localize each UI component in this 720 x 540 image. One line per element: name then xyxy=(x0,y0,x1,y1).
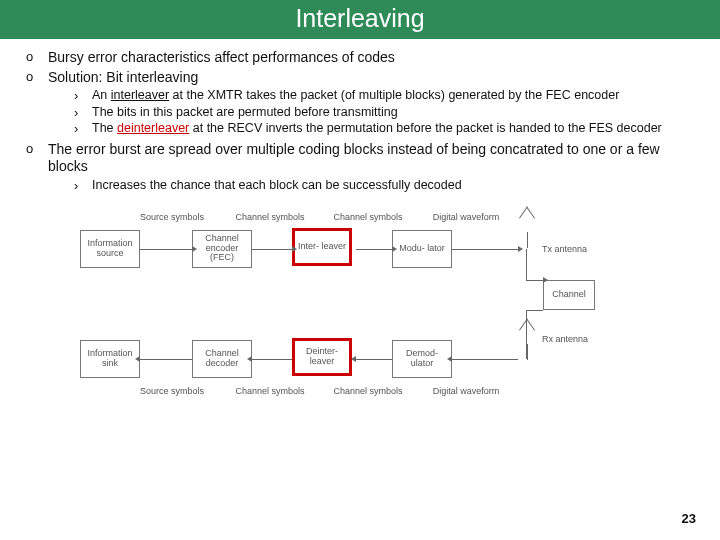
bullet-2-text: Solution: Bit interleaving xyxy=(48,69,198,85)
arrow-icon xyxy=(452,359,518,360)
block-information-source: Information source xyxy=(80,230,140,268)
arrow-icon xyxy=(140,359,192,360)
label-channel-symbols-top-1: Channel symbols xyxy=(230,212,310,222)
bullet-2: Solution: Bit interleaving An interleave… xyxy=(22,69,698,137)
arrow-icon xyxy=(140,249,192,250)
line xyxy=(526,249,527,280)
underline-interleaver: interleaver xyxy=(111,88,169,102)
block-interleaver: Inter- leaver xyxy=(292,228,352,266)
label-digital-waveform-bottom: Digital waveform xyxy=(426,386,506,396)
block-channel-encoder: Channel encoder (FEC) xyxy=(192,230,252,268)
label-tx-antenna: Tx antenna xyxy=(542,244,606,254)
label-channel-symbols-bottom-1: Channel symbols xyxy=(230,386,310,396)
block-channel-decoder: Channel decoder xyxy=(192,340,252,378)
b2-sub-3: The deinterleaver at the RECV inverts th… xyxy=(48,121,698,137)
label-channel-symbols-top-2: Channel symbols xyxy=(328,212,408,222)
slide-body: Bursy error characteristics affect perfo… xyxy=(0,39,720,400)
label-source-symbols-bottom: Source symbols xyxy=(132,386,212,396)
b2-sub-1: An interleaver at the XMTR takes the pac… xyxy=(48,88,698,104)
arrow-icon xyxy=(252,249,292,250)
line xyxy=(526,280,543,281)
block-demodulator: Demod- ulator xyxy=(392,340,452,378)
tx-antenna-icon xyxy=(518,220,536,248)
block-diagram: Source symbols Channel symbols Channel s… xyxy=(80,200,640,400)
red-deinterleaver: deinterleaver xyxy=(117,121,189,135)
line xyxy=(526,310,527,359)
page-number: 23 xyxy=(682,511,696,526)
bullet-3: The error burst are spread over multiple… xyxy=(22,141,698,194)
label-digital-waveform-top: Digital waveform xyxy=(426,212,506,222)
bullet-2-sublist: An interleaver at the XMTR takes the pac… xyxy=(48,88,698,137)
line xyxy=(526,310,543,311)
bullet-3-text: The error burst are spread over multiple… xyxy=(48,141,660,175)
label-channel-symbols-bottom-2: Channel symbols xyxy=(328,386,408,396)
arrow-icon xyxy=(356,359,392,360)
arrow-icon xyxy=(452,249,518,250)
block-channel: Channel xyxy=(543,280,595,310)
arrow-icon xyxy=(356,249,392,250)
slide-title: Interleaving xyxy=(0,0,720,39)
bullet-list: Bursy error characteristics affect perfo… xyxy=(22,49,698,194)
b3-sub-1: Increases the chance that each block can… xyxy=(48,178,698,194)
b2-sub-2: The bits in this packet are permuted bef… xyxy=(48,105,698,121)
block-modulator: Modu- lator xyxy=(392,230,452,268)
rx-antenna-icon xyxy=(518,332,536,360)
block-deinterleaver: Deinter- leaver xyxy=(292,338,352,376)
bullet-3-sublist: Increases the chance that each block can… xyxy=(48,178,698,194)
label-source-symbols-top: Source symbols xyxy=(132,212,212,222)
arrow-icon xyxy=(252,359,292,360)
bullet-1: Bursy error characteristics affect perfo… xyxy=(22,49,698,67)
block-information-sink: Information sink xyxy=(80,340,140,378)
label-rx-antenna: Rx antenna xyxy=(542,334,606,344)
